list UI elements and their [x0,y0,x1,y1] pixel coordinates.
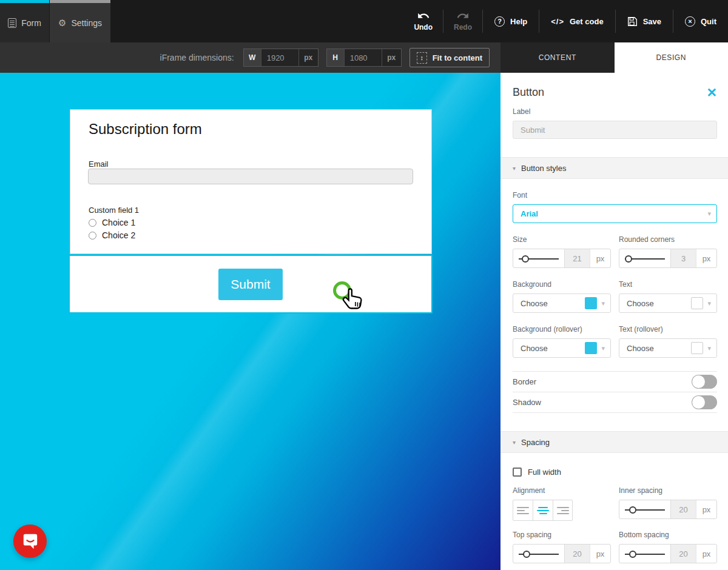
tab-form[interactable]: Form [0,0,49,42]
top-spacing-caption: Top spacing [513,531,611,539]
help-label: Help [510,17,527,26]
text-rollover-swatch[interactable] [691,342,703,354]
border-caption: Border [513,377,536,386]
chevron-down-icon: ▾ [707,210,716,218]
spacing-section-header[interactable]: ▾ Spacing [500,431,728,453]
chevron-down-icon: ▾ [601,300,610,307]
collapse-arrow-icon: ▾ [513,165,516,172]
button-styles-section-header[interactable]: ▾ Button styles [500,157,728,179]
save-button[interactable]: Save [616,0,673,42]
save-icon [627,16,638,27]
slider-knob[interactable] [629,506,636,514]
iframe-width-input[interactable] [261,49,298,66]
panel-title: Button [513,86,544,99]
help-icon: ? [494,16,505,27]
font-caption: Font [513,191,717,200]
background-color-swatch[interactable] [585,297,597,309]
slider-knob[interactable] [629,551,636,558]
background-color-dropdown[interactable]: Choose ▾ [513,293,611,313]
bottom-spacing-unit: px [696,545,716,563]
border-toggle[interactable] [692,375,717,389]
text-caption: Text [619,280,717,289]
background-rollover-choose-label: Choose [513,344,585,353]
subscription-form-block[interactable]: Subscription form Email Custom field 1 C… [70,109,432,254]
align-left-button[interactable] [513,500,533,520]
size-caption: Size [513,235,611,244]
tab-content[interactable]: CONTENT [500,42,615,73]
bottom-spacing-value-input[interactable] [670,545,696,563]
background-choose-label: Choose [513,299,585,308]
inner-spacing-slider[interactable] [619,500,670,518]
iframe-height-input[interactable] [344,49,382,66]
rounded-unit: px [696,249,716,267]
background-rollover-swatch[interactable] [585,342,597,354]
email-label: Email [89,159,109,169]
label-field-caption: Label [513,107,717,116]
tab-settings[interactable]: ⚙ Settings [50,0,110,42]
align-right-button[interactable] [553,500,573,520]
button-block-selected[interactable]: Submit [69,255,433,314]
chat-widget-button[interactable] [13,525,47,558]
chevron-down-icon: ▾ [601,344,610,352]
shadow-toggle[interactable] [692,395,717,409]
save-label: Save [643,17,661,26]
size-slider[interactable] [513,249,564,267]
chevron-down-icon: ▾ [707,344,716,352]
redo-button[interactable]: Redo [443,0,482,42]
button-label-input[interactable] [513,121,717,139]
form-icon [8,18,16,28]
button-styles-title: Button styles [521,164,566,173]
close-icon[interactable]: ✕ [706,86,717,99]
choice-1-label: Choice 1 [102,218,135,227]
text-rollover-dropdown[interactable]: Choose ▾ [619,338,717,358]
full-width-checkbox[interactable] [513,468,522,477]
shadow-caption: Shadow [513,398,541,407]
rounded-slider[interactable] [619,249,670,267]
undo-button[interactable]: Undo [403,0,443,42]
text-color-dropdown[interactable]: Choose ▾ [619,293,717,313]
custom-field-label: Custom field 1 [89,206,139,215]
fit-to-content-button[interactable]: ↕ Fit to content [410,48,490,67]
toggle-knob [692,396,705,409]
top-spacing-value-input[interactable] [564,545,590,563]
choice-2-option[interactable]: Choice 2 [89,230,135,240]
help-button[interactable]: ? Help [483,0,539,42]
iframe-width-group: W px [243,49,318,67]
top-spacing-unit: px [590,545,610,563]
background-rollover-dropdown[interactable]: Choose ▾ [513,338,611,358]
slider-knob[interactable] [522,255,529,263]
inner-spacing-caption: Inner spacing [619,486,717,495]
text-rollover-caption: Text (rollover) [619,325,717,334]
redo-label: Redo [454,23,472,32]
align-center-button[interactable] [533,500,553,520]
undo-icon [417,12,430,21]
slider-knob[interactable] [523,551,530,558]
full-width-label: Full width [528,468,561,477]
radio-icon[interactable] [89,232,96,240]
submit-button[interactable]: Submit [218,269,283,300]
slider-knob[interactable] [625,255,632,263]
top-spacing-slider[interactable] [513,545,564,563]
font-dropdown[interactable]: Arial ▾ [513,204,717,223]
size-unit: px [590,249,610,267]
chevron-down-icon: ▾ [707,300,716,307]
iframe-dimensions-bar: iFrame dimensions: W px H px ↕ Fit to co… [0,42,500,73]
rounded-control: px [619,249,717,268]
rounded-caption: Rounded corners [619,235,717,244]
rounded-value-input[interactable] [670,249,696,267]
quit-button[interactable]: × Quit [673,0,728,42]
choice-1-option[interactable]: Choice 1 [89,218,135,227]
redo-icon [456,12,470,21]
get-code-label: Get code [570,17,604,26]
inner-spacing-value-input[interactable] [670,500,696,518]
bottom-spacing-slider[interactable] [619,545,670,563]
fit-to-content-icon: ↕ [417,52,427,64]
get-code-button[interactable]: </> Get code [539,0,615,42]
radio-icon[interactable] [89,219,96,227]
size-value-input[interactable] [564,249,590,267]
form-preview-canvas: Subscription form Email Custom field 1 C… [0,73,500,570]
text-color-swatch[interactable] [691,297,703,309]
tab-design[interactable]: DESIGN [615,42,728,73]
inner-spacing-control: px [619,500,717,519]
email-field[interactable] [88,169,413,184]
